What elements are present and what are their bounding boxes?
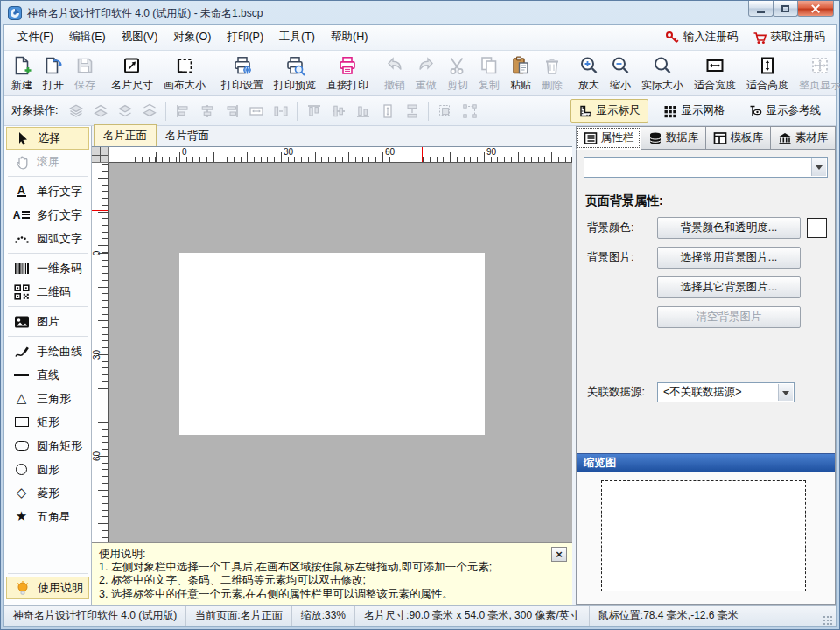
menu-file[interactable]: 文件(F): [10, 25, 61, 49]
tab-card-front[interactable]: 名片正面: [94, 124, 157, 146]
menu-print[interactable]: 打印(P): [219, 25, 271, 49]
equal-height-button[interactable]: [375, 100, 399, 122]
tool-triangle[interactable]: △ 三角形: [4, 387, 91, 410]
object-selector-combo[interactable]: [584, 157, 828, 178]
background-color-swatch[interactable]: [807, 218, 827, 238]
direct-print-button[interactable]: 直接打印: [321, 52, 374, 94]
tool-pan[interactable]: 滚屏: [4, 150, 91, 173]
design-canvas[interactable]: [108, 163, 572, 542]
undo-button[interactable]: 撤销: [379, 52, 410, 94]
select-common-background-button[interactable]: 选择常用背景图片...: [657, 247, 801, 269]
tab-database[interactable]: 数据库: [640, 126, 706, 150]
maximize-button[interactable]: [773, 1, 798, 17]
show-grid-toggle[interactable]: 显示网格: [655, 99, 733, 122]
tool-star[interactable]: ★ 五角星: [4, 505, 91, 528]
actual-size-button[interactable]: 实际大小: [636, 52, 689, 94]
redo-icon: [416, 54, 437, 78]
tab-card-back[interactable]: 名片背面: [157, 125, 218, 146]
zoom-out-button[interactable]: 缩小: [605, 52, 636, 94]
tool-circle[interactable]: 圆形: [4, 458, 91, 481]
get-register-code-button[interactable]: 获取注册码: [752, 30, 826, 45]
equal-width-button[interactable]: [244, 100, 268, 122]
move-up-layer-icon: [117, 103, 133, 119]
align-horizontal-center-button[interactable]: [195, 100, 219, 122]
horizontal-spacing-button[interactable]: [269, 100, 292, 122]
help-instructions-button[interactable]: 使用说明: [6, 577, 89, 599]
datasource-combo[interactable]: <不关联数据源>: [657, 382, 794, 402]
equal-height-icon: [380, 103, 396, 119]
fit-height-button[interactable]: 适合高度: [741, 52, 794, 94]
tool-rectangle[interactable]: 矩形: [4, 410, 91, 434]
move-down-one-layer-button[interactable]: [137, 100, 161, 122]
tool-qr-code[interactable]: 二维码: [4, 280, 91, 304]
fit-width-button[interactable]: 适合宽度: [689, 52, 741, 94]
qr-code-icon: [10, 284, 32, 300]
tool-image[interactable]: 图片: [4, 310, 91, 333]
print-preview-button[interactable]: 打印预览: [269, 52, 321, 94]
bank-icon: [778, 131, 792, 145]
redo-button[interactable]: 重做: [410, 52, 442, 94]
tool-rounded-rectangle[interactable]: 圆角矩形: [4, 434, 91, 458]
tool-freehand-curve[interactable]: 手绘曲线: [4, 340, 91, 363]
whole-page-icon: [809, 54, 830, 78]
clear-background-button[interactable]: 清空背景图片: [657, 306, 801, 328]
zoom-in-button[interactable]: 放大: [573, 52, 605, 94]
vertical-spacing-button[interactable]: [400, 100, 424, 122]
align-vertical-center-button[interactable]: [326, 100, 350, 122]
align-left-button[interactable]: [171, 100, 194, 122]
dropdown-arrow-button[interactable]: [811, 158, 826, 176]
show-guides-toggle[interactable]: 显示参考线: [740, 99, 830, 122]
title-bar: 神奇名片设计打印软件 4.0 (试用版) - 未命名1.bscp: [1, 1, 839, 24]
new-button[interactable]: 新建: [6, 52, 38, 94]
send-to-back-button[interactable]: [88, 100, 112, 122]
move-up-one-layer-button[interactable]: [113, 100, 136, 122]
paste-button[interactable]: 粘贴: [505, 52, 536, 94]
print-settings-button[interactable]: 打印设置: [216, 52, 269, 94]
menu-tools[interactable]: 工具(T): [271, 25, 323, 49]
tab-properties[interactable]: 属性栏: [576, 126, 641, 150]
help-close-button[interactable]: ×: [551, 547, 567, 562]
menu-edit[interactable]: 编辑(E): [61, 25, 114, 49]
group-button[interactable]: [433, 100, 457, 122]
save-button[interactable]: 保存: [69, 52, 101, 94]
copy-button[interactable]: 复制: [473, 52, 505, 94]
close-button[interactable]: [797, 1, 834, 17]
app-icon: [8, 6, 22, 20]
equal-width-icon: [248, 103, 264, 119]
minimize-button[interactable]: [748, 1, 774, 17]
vertical-ruler: 0 30 60: [92, 163, 108, 542]
align-top-button[interactable]: [302, 100, 326, 122]
show-ruler-toggle[interactable]: 显示标尺: [570, 99, 648, 122]
tool-multi-line-text[interactable]: A 多行文字: [4, 203, 91, 227]
dropdown-arrow-button[interactable]: [778, 384, 793, 401]
tab-templates[interactable]: 模板库: [705, 126, 771, 150]
align-bottom-button[interactable]: [351, 100, 374, 122]
right-panel: 属性栏 数据库 模板库 素材库: [576, 126, 836, 605]
ungroup-button[interactable]: [458, 100, 481, 122]
cut-button[interactable]: 剪切: [442, 52, 473, 94]
bring-to-front-button[interactable]: [64, 100, 88, 122]
enter-register-code-button[interactable]: 输入注册码: [665, 30, 738, 45]
whole-page-button[interactable]: 整页显示: [794, 52, 840, 94]
open-button[interactable]: 打开: [38, 52, 69, 94]
business-card-page[interactable]: [179, 253, 485, 435]
datasource-label: 关联数据源:: [584, 385, 657, 400]
chevron-down-icon: [782, 391, 789, 399]
menu-view[interactable]: 视图(V): [114, 25, 166, 49]
resize-grip[interactable]: [822, 615, 833, 626]
align-right-button[interactable]: [220, 100, 243, 122]
canvas-size-button[interactable]: 画布大小: [158, 52, 211, 94]
background-color-button[interactable]: 背景颜色和透明度...: [657, 217, 801, 239]
tool-barcode[interactable]: 一维条码: [4, 256, 91, 280]
card-size-button[interactable]: 名片尺寸: [106, 52, 158, 94]
tool-diamond[interactable]: ◇ 菱形: [4, 481, 91, 505]
tool-arc-text[interactable]: 圆弧文字: [4, 227, 91, 250]
select-other-background-button[interactable]: 选择其它背景图片...: [657, 276, 801, 298]
menu-help[interactable]: 帮助(H): [323, 25, 375, 49]
delete-button[interactable]: 删除: [536, 52, 568, 94]
menu-object[interactable]: 对象(O): [165, 25, 219, 49]
tool-line[interactable]: 直线: [4, 363, 91, 387]
tab-materials[interactable]: 素材库: [770, 126, 836, 150]
tool-select[interactable]: 选择: [6, 127, 89, 150]
tool-single-line-text[interactable]: A 单行文字: [4, 179, 91, 203]
